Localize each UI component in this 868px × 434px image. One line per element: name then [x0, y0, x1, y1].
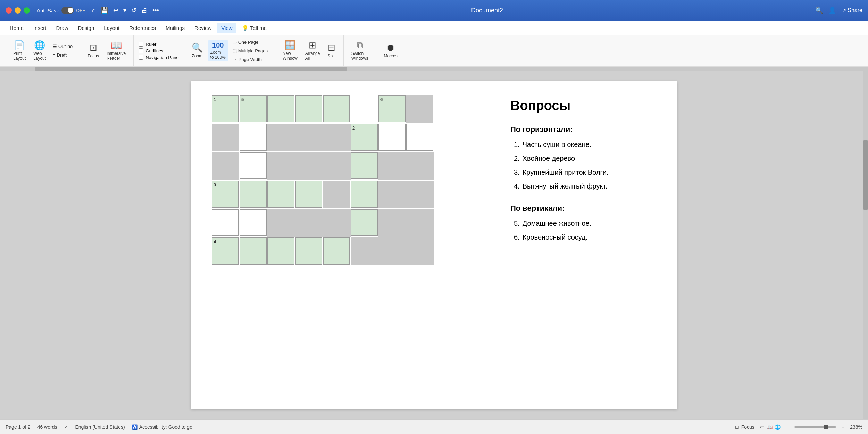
vertical-scroll-thumb[interactable] — [863, 140, 868, 210]
autosave-toggle[interactable] — [61, 7, 74, 14]
horizontal-scrollbar[interactable] — [0, 67, 868, 71]
menu-review[interactable]: Review — [190, 23, 216, 33]
split-label: Split — [327, 53, 335, 58]
zoom-slider[interactable] — [794, 426, 836, 428]
draft-label: Draft — [57, 52, 67, 58]
zoom-100-button[interactable]: 100 Zoomto 100% — [208, 40, 228, 61]
toggle-state-label: OFF — [76, 8, 85, 13]
menu-layout[interactable]: Layout — [100, 23, 124, 33]
cell-r2c1 — [212, 124, 239, 151]
autosave-area: AutoSave OFF — [37, 7, 85, 14]
read-mode-icon[interactable]: 📖 — [767, 424, 773, 430]
new-window-button[interactable]: 🪟 NewWindow — [280, 39, 300, 62]
macros-label: Macros — [384, 53, 397, 58]
zoom-level: 238% — [850, 424, 862, 430]
window-group: 🪟 NewWindow ⊞ ArrangeAll ⊟ Split — [275, 35, 344, 66]
cell-r4c5-gray — [323, 181, 350, 208]
focus-label: Focus — [741, 424, 754, 430]
menu-draw[interactable]: Draw — [52, 23, 73, 33]
save-icon[interactable]: 💾 — [101, 7, 108, 14]
cell-r1c1: 1 — [212, 95, 239, 122]
focus-label: Focus — [87, 53, 99, 58]
switch-windows-label: SwitchWindows — [351, 51, 368, 61]
macros-button[interactable]: ⏺ Macros — [381, 42, 400, 60]
menu-insert[interactable]: Insert — [29, 23, 51, 33]
redo-icon[interactable]: ↺ — [131, 7, 136, 14]
clue-h4: 4. Вытянутый жёлтый фрукт. — [514, 181, 656, 192]
menu-view[interactable]: View — [217, 23, 236, 33]
arrange-all-button[interactable]: ⊞ ArrangeAll — [302, 39, 323, 62]
cell-r5c1 — [212, 209, 239, 236]
ruler-checkbox[interactable] — [139, 42, 143, 47]
nav-pane-checkbox[interactable] — [139, 55, 143, 60]
more-icon[interactable]: ••• — [152, 7, 159, 14]
menu-home[interactable]: Home — [6, 23, 28, 33]
vertical-scrollbar[interactable] — [863, 71, 868, 419]
print-layout-label: PrintLayout — [13, 51, 26, 61]
page-width-button[interactable]: ↔ Page Width — [231, 56, 270, 63]
search-icon[interactable]: 🔍 — [815, 7, 823, 14]
split-button[interactable]: ⊟ Split — [325, 42, 338, 60]
crossword-section: 1 5 6 2 — [212, 95, 490, 395]
page-width-label: Page Width — [239, 57, 262, 62]
menu-references[interactable]: References — [125, 23, 160, 33]
cell-r1c3 — [267, 95, 294, 122]
cell-r6c5 — [323, 237, 350, 265]
clue-h2: 2. Хвойное дерево. — [514, 153, 656, 164]
gridlines-checkbox-row: Gridlines — [139, 48, 178, 53]
multiple-pages-button[interactable]: ⬚ Multiple Pages — [231, 47, 270, 55]
split-icon: ⊟ — [328, 43, 335, 52]
undo-icon[interactable]: ↩ — [113, 7, 118, 14]
web-view-icon[interactable]: 🌐 — [775, 424, 781, 430]
share-button[interactable]: ↗ Share — [842, 7, 862, 14]
language-status: English (United States) — [75, 424, 125, 430]
zoom-button[interactable]: 🔍 Zoom — [189, 42, 206, 60]
minimize-button[interactable] — [15, 7, 21, 14]
word-count: 46 words — [37, 424, 57, 430]
cell-r4c2 — [240, 181, 267, 208]
one-page-button[interactable]: ▭ One Page — [231, 39, 270, 46]
undo-dropdown-icon[interactable]: ▾ — [123, 7, 126, 14]
print-view-icon[interactable]: ▭ — [760, 424, 765, 430]
cell-r2c7 — [378, 124, 406, 151]
cell-r2c6: 2 — [351, 124, 378, 151]
outline-button[interactable]: ☰ Outline — [51, 43, 75, 50]
gridlines-checkbox[interactable] — [139, 48, 143, 53]
menu-tell-me[interactable]: 💡 Tell me — [238, 23, 271, 33]
clue-v5-text: Домашнее животное. — [523, 218, 591, 229]
horizontal-heading: По горизонтали: — [510, 123, 656, 135]
close-button[interactable] — [6, 7, 12, 14]
web-layout-button[interactable]: 🌐 WebLayout — [31, 39, 49, 62]
home-icon[interactable]: ⌂ — [92, 7, 96, 14]
status-bar: Page 1 of 2 46 words ✓ English (United S… — [0, 419, 868, 434]
clue-v5-num: 5. — [514, 218, 520, 229]
immersive-reader-button[interactable]: 📖 ImmersiveReader — [104, 39, 128, 62]
menu-design[interactable]: Design — [74, 23, 99, 33]
maximize-button[interactable] — [24, 7, 30, 14]
menu-mailings[interactable]: Mailings — [161, 23, 189, 33]
show-group: Ruler Gridlines Navigation Pane — [134, 35, 184, 66]
gridlines-label: Gridlines — [145, 48, 163, 53]
cell-r3c7 — [378, 152, 434, 180]
print-layout-button[interactable]: 📄 PrintLayout — [10, 39, 28, 62]
accessibility-status: ♿ Accessibility: Good to go — [132, 424, 192, 430]
horizontal-scroll-thumb[interactable] — [35, 67, 347, 71]
print-icon[interactable]: 🖨 — [141, 7, 148, 14]
crossword-grid: 1 5 6 2 — [212, 95, 431, 269]
draft-button[interactable]: ≡ Draft — [51, 51, 75, 59]
cell-r1c5 — [323, 95, 350, 122]
cell-r1c8 — [406, 95, 433, 123]
zoom-plus-button[interactable]: + — [842, 424, 844, 430]
switch-windows-button[interactable]: ⧉ SwitchWindows — [349, 39, 371, 62]
focus-button[interactable]: ⊡ Focus — [85, 42, 102, 60]
zoom-minus-button[interactable]: − — [786, 424, 789, 430]
cell-r6c4 — [295, 237, 322, 265]
arrange-all-icon: ⊞ — [309, 41, 316, 50]
person-icon[interactable]: 👤 — [828, 7, 836, 14]
cell-r4c1: 3 — [212, 181, 239, 208]
switch-windows-group: ⧉ SwitchWindows — [344, 35, 376, 66]
clue-v6-text: Кровеносный сосуд. — [523, 232, 588, 243]
focus-icon: ⊡ — [735, 424, 739, 430]
traffic-lights — [6, 7, 30, 14]
cell-r6c1: 4 — [212, 237, 239, 265]
